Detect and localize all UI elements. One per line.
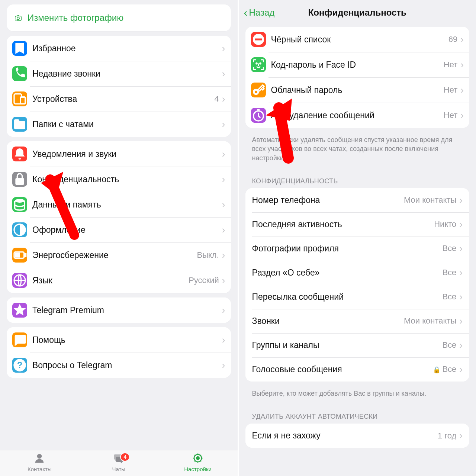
row-value: 4 bbox=[215, 94, 219, 104]
privacy-row[interactable]: Раздел «О себе»Все› bbox=[245, 261, 470, 285]
bookmark-icon bbox=[12, 41, 27, 56]
chevron-right-icon: › bbox=[459, 267, 463, 279]
back-button[interactable]: ‹ Назад bbox=[244, 7, 275, 18]
lock-icon: 🔒 bbox=[433, 366, 441, 373]
settings-row[interactable]: Избранное› bbox=[7, 36, 231, 61]
settings-row[interactable]: Помощь› bbox=[7, 327, 231, 353]
settings-row[interactable]: Папки с чатами› bbox=[7, 112, 231, 137]
svg-point-17 bbox=[196, 457, 199, 460]
settings-row[interactable]: Код-пароль и Face IDНет› bbox=[245, 52, 470, 77]
svg-point-22 bbox=[260, 63, 261, 64]
settings-row[interactable]: ЯзыкРусский› bbox=[7, 268, 231, 293]
settings-group-1: Избранное›Недавние звонки›Устройства4›Па… bbox=[7, 36, 231, 137]
privacy-row[interactable]: Если я не захожу1 год› bbox=[245, 424, 470, 448]
row-label: Язык bbox=[32, 276, 189, 286]
privacy-header-2: КОНФИДЕНЦИАЛЬНОСТЬ bbox=[245, 169, 470, 188]
settings-row[interactable]: Облачный парольНет› bbox=[245, 77, 470, 103]
chevron-right-icon: › bbox=[459, 219, 463, 230]
chat-icon bbox=[12, 332, 27, 347]
row-label: Код-пароль и Face ID bbox=[271, 60, 444, 70]
change-photo-button[interactable]: Изменить фотографию bbox=[7, 4, 231, 31]
svg-rect-11 bbox=[15, 253, 19, 257]
question-icon: ? bbox=[12, 358, 27, 373]
chevron-right-icon: › bbox=[459, 315, 463, 327]
tab-settings-label: Настройки bbox=[184, 466, 212, 472]
row-value: 🔒Все bbox=[433, 364, 456, 374]
chevron-right-icon: › bbox=[459, 291, 463, 303]
row-value: Нет bbox=[444, 85, 457, 95]
row-label: Уведомления и звуки bbox=[32, 149, 222, 159]
contacts-icon bbox=[33, 453, 46, 466]
settings-row[interactable]: Telegram Premium› bbox=[7, 298, 231, 323]
chevron-right-icon: › bbox=[222, 224, 225, 236]
row-label: Облачный пароль bbox=[271, 85, 444, 95]
tab-chats[interactable]: Чаты 4 bbox=[79, 453, 158, 472]
globe-icon bbox=[12, 273, 27, 288]
chevron-right-icon: › bbox=[222, 360, 225, 371]
star-icon bbox=[12, 303, 27, 318]
settings-row[interactable]: ЭнергосбережениеВыкл.› bbox=[7, 242, 231, 268]
privacy-row[interactable]: ЗвонкиМои контакты› bbox=[245, 309, 470, 333]
data-icon bbox=[12, 197, 27, 212]
settings-row[interactable]: Данные и память› bbox=[7, 192, 231, 217]
devices-icon bbox=[12, 91, 27, 106]
camera-icon bbox=[14, 14, 22, 22]
settings-row[interactable]: Чёрный список69› bbox=[245, 27, 470, 52]
svg-point-15 bbox=[37, 454, 42, 459]
row-label: Раздел «О себе» bbox=[252, 268, 443, 278]
chevron-right-icon: › bbox=[222, 43, 225, 54]
privacy-row[interactable]: Группы и каналыВсе› bbox=[245, 333, 470, 357]
battery-icon bbox=[12, 248, 27, 263]
chevron-right-icon: › bbox=[459, 340, 463, 351]
settings-row[interactable]: Устройства4› bbox=[7, 86, 231, 112]
privacy-row[interactable]: Последняя активностьНикто› bbox=[245, 212, 470, 237]
settings-scroll[interactable]: Изменить фотографию Избранное›Недавние з… bbox=[0, 0, 238, 450]
svg-rect-20 bbox=[255, 39, 262, 41]
row-label: Группы и каналы bbox=[252, 340, 443, 350]
settings-row[interactable]: Конфиденциальность› bbox=[7, 167, 231, 192]
row-label: Голосовые сообщения bbox=[252, 364, 433, 374]
chevron-right-icon: › bbox=[459, 364, 463, 375]
privacy-group-3: Если я не захожу1 год› bbox=[245, 424, 470, 448]
privacy-row[interactable]: Голосовые сообщения🔒Все› bbox=[245, 357, 470, 382]
chevron-right-icon: › bbox=[222, 334, 225, 346]
settings-screen: Изменить фотографию Избранное›Недавние з… bbox=[0, 0, 239, 476]
chevron-right-icon: › bbox=[222, 119, 225, 130]
settings-row[interactable]: Недавние звонки› bbox=[7, 61, 231, 86]
key-icon bbox=[251, 83, 266, 97]
privacy-footer-2: Выберите, кто может добавлять Вас в груп… bbox=[245, 386, 470, 405]
settings-row[interactable]: Оформление› bbox=[7, 217, 231, 242]
row-value: Нет bbox=[444, 60, 457, 70]
privacy-group-1: Чёрный список69›Код-пароль и Face IDНет›… bbox=[245, 27, 470, 128]
settings-row[interactable]: Автоудаление сообщенийНет› bbox=[245, 103, 470, 128]
row-label: Вопросы о Telegram bbox=[32, 360, 222, 370]
tab-contacts[interactable]: Контакты bbox=[0, 453, 79, 472]
privacy-screen: ‹ Назад Конфиденциальность Чёрный список… bbox=[239, 0, 476, 476]
svg-point-24 bbox=[255, 91, 257, 93]
chevron-right-icon: › bbox=[222, 174, 225, 185]
settings-group-2: Уведомления и звуки›Конфиденциальность›Д… bbox=[7, 141, 231, 293]
row-value: Все bbox=[442, 340, 456, 350]
chevron-right-icon: › bbox=[459, 430, 463, 441]
settings-icon bbox=[192, 453, 204, 466]
row-label: Номер телефона bbox=[252, 195, 404, 205]
chats-badge: 4 bbox=[120, 453, 130, 461]
settings-row[interactable]: Уведомления и звуки› bbox=[7, 141, 231, 167]
privacy-row[interactable]: Пересылка сообщенийВсе› bbox=[245, 285, 470, 309]
svg-rect-10 bbox=[25, 254, 26, 257]
timer-icon bbox=[251, 108, 266, 123]
row-label: Пересылка сообщений bbox=[252, 292, 443, 302]
block-icon bbox=[251, 32, 266, 47]
row-label: Оформление bbox=[32, 225, 222, 235]
privacy-header-3: УДАЛИТЬ АККАУНТ АВТОМАТИЧЕСКИ bbox=[245, 405, 470, 424]
row-label: Энергосбережение bbox=[32, 250, 197, 260]
tab-settings[interactable]: Настройки bbox=[158, 453, 238, 472]
privacy-scroll[interactable]: Чёрный список69›Код-пароль и Face IDНет›… bbox=[239, 22, 476, 476]
theme-icon bbox=[12, 222, 27, 237]
chevron-right-icon: › bbox=[222, 68, 225, 80]
privacy-row[interactable]: Номер телефонаМои контакты› bbox=[245, 188, 470, 212]
row-label: Избранное bbox=[32, 44, 222, 54]
chevron-right-icon: › bbox=[222, 199, 225, 210]
settings-row[interactable]: ?Вопросы о Telegram› bbox=[7, 353, 231, 378]
privacy-row[interactable]: Фотографии профиляВсе› bbox=[245, 237, 470, 261]
